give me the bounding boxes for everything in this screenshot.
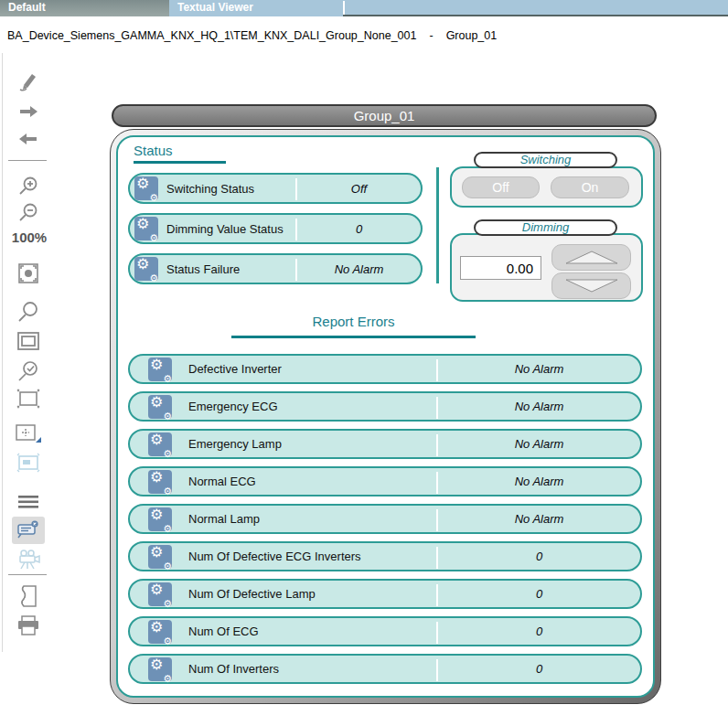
report-row-num-defective-ecg-inverters[interactable]: ⚙⚙ Num Of Defective ECG Inverters 0 (128, 541, 642, 571)
status-underline (134, 161, 226, 164)
report-row-label: Emergency Lamp (188, 437, 282, 451)
report-row-value: No Alarm (438, 362, 640, 376)
new-page-icon[interactable] (12, 582, 45, 610)
report-row-value: 0 (438, 625, 640, 638)
report-row-value: No Alarm (438, 475, 640, 488)
search-icon[interactable] (12, 298, 45, 326)
report-row-value: 0 (438, 662, 640, 676)
report-row-value: No Alarm (438, 512, 640, 526)
tab-bar: Default Textual Viewer (0, 0, 728, 16)
arrow-back-icon[interactable] (12, 125, 45, 153)
gear-icon: ⚙⚙ (148, 582, 172, 606)
status-row-status-failure[interactable]: ⚙⚙ Status Failure No Alarm (128, 253, 423, 284)
status-row-label: Status Failure (166, 262, 240, 276)
faded-frame-icon[interactable] (12, 449, 45, 476)
status-row-label: Dimming Value Status (166, 222, 284, 236)
selection-frame-icon[interactable] (12, 385, 45, 412)
report-row-label: Defective Inverter (188, 362, 282, 376)
report-row-value: 0 (438, 550, 640, 563)
zoom-level-indicator[interactable]: 100% (7, 230, 51, 245)
toolbar-divider-line (2, 53, 3, 652)
toolbar-separator (8, 160, 47, 161)
status-row-switching-status[interactable]: ⚙⚙ Switching Status Off (128, 173, 423, 204)
gear-icon: ⚙⚙ (148, 657, 172, 681)
report-row-label: Num Of Defective ECG Inverters (188, 550, 361, 563)
print-icon[interactable] (12, 612, 45, 639)
report-row-label: Num Of Defective Lamp (188, 587, 316, 601)
report-row-num-of-inverters[interactable]: ⚙⚙ Num Of Inverters 0 (128, 654, 642, 684)
tab-default[interactable]: Default (0, 0, 169, 16)
report-row-num-defective-lamp[interactable]: ⚙⚙ Num Of Defective Lamp 0 (128, 579, 642, 609)
zoom-in-icon[interactable] (12, 173, 45, 200)
report-row-normal-ecg[interactable]: ⚙⚙ Normal ECG No Alarm (128, 466, 642, 496)
application-window: Default Textual Viewer BA_Device_Siemens… (0, 0, 728, 726)
fit-window-icon[interactable] (12, 327, 45, 355)
section-divider (436, 167, 439, 283)
gear-icon: ⚙⚙ (134, 217, 158, 240)
breadcrumb-target: Group_01 (446, 29, 498, 42)
switching-off-button[interactable]: Off (462, 176, 540, 198)
gear-icon: ⚙⚙ (134, 176, 158, 200)
status-row-dimming-value-status[interactable]: ⚙⚙ Dimming Value Status 0 (128, 213, 423, 244)
align-target-icon[interactable] (12, 420, 45, 447)
report-row-normal-lamp[interactable]: ⚙⚙ Normal Lamp No Alarm (128, 504, 642, 534)
report-row-label: Normal Lamp (188, 512, 260, 526)
report-row-label: Num Of ECG (188, 625, 259, 638)
dimming-decrease-button[interactable] (551, 272, 631, 299)
report-row-label: Emergency ECG (188, 400, 278, 413)
status-row-value: Off (297, 182, 421, 196)
comment-hide-icon[interactable] (12, 517, 45, 544)
status-heading: Status (134, 143, 173, 158)
report-row-num-of-ecg[interactable]: ⚙⚙ Num Of ECG 0 (128, 616, 642, 646)
status-row-label: Switching Status (166, 182, 254, 196)
tab-separator (343, 1, 345, 15)
group-title: Group_01 (112, 104, 657, 127)
switching-group-label: Switching (474, 152, 617, 168)
search-check-icon[interactable] (12, 358, 45, 385)
gear-icon: ⚙⚙ (148, 432, 172, 456)
gear-icon: ⚙⚙ (148, 395, 172, 419)
status-row-value: 0 (297, 222, 421, 236)
dimming-value-input[interactable] (460, 256, 541, 280)
report-row-emergency-ecg[interactable]: ⚙⚙ Emergency ECG No Alarm (128, 391, 642, 422)
breadcrumb-dash: - (429, 29, 433, 42)
arrow-forward-icon[interactable] (12, 98, 45, 125)
toolbar-separator (8, 574, 47, 575)
camera-icon[interactable] (12, 546, 45, 573)
layers-menu-icon[interactable] (12, 488, 45, 516)
tab-textual-viewer[interactable]: Textual Viewer (169, 0, 343, 16)
report-row-emergency-lamp[interactable]: ⚙⚙ Emergency Lamp No Alarm (128, 429, 642, 459)
gear-icon: ⚙⚙ (134, 257, 158, 281)
report-row-value: No Alarm (438, 400, 640, 413)
zoom-out-icon[interactable] (12, 199, 45, 227)
dimming-group-label: Dimming (474, 219, 617, 236)
report-row-label: Num Of Inverters (188, 662, 279, 676)
gear-icon: ⚙⚙ (148, 470, 172, 494)
status-row-value: No Alarm (297, 262, 421, 276)
switching-on-button[interactable]: On (551, 176, 629, 198)
report-row-defective-inverter[interactable]: ⚙⚙ Defective Inverter No Alarm (128, 354, 642, 384)
report-row-value: No Alarm (438, 437, 640, 451)
gear-icon: ⚙⚙ (148, 507, 172, 531)
report-errors-heading: Report Errors (231, 314, 476, 329)
breadcrumb: BA_Device_Siemens_GAMMA_KNX_HQ_1\TEM_KNX… (7, 29, 497, 42)
breadcrumb-path: BA_Device_Siemens_GAMMA_KNX_HQ_1\TEM_KNX… (7, 29, 416, 42)
gear-icon: ⚙⚙ (148, 545, 172, 569)
report-errors-underline (231, 336, 476, 338)
dimming-increase-button[interactable] (551, 244, 631, 271)
report-row-label: Normal ECG (188, 475, 256, 488)
gear-icon: ⚙⚙ (148, 620, 172, 644)
gear-icon: ⚙⚙ (148, 358, 172, 381)
report-row-value: 0 (438, 587, 640, 601)
fit-center-icon[interactable] (12, 260, 45, 287)
edit-pen-icon[interactable] (12, 68, 45, 95)
